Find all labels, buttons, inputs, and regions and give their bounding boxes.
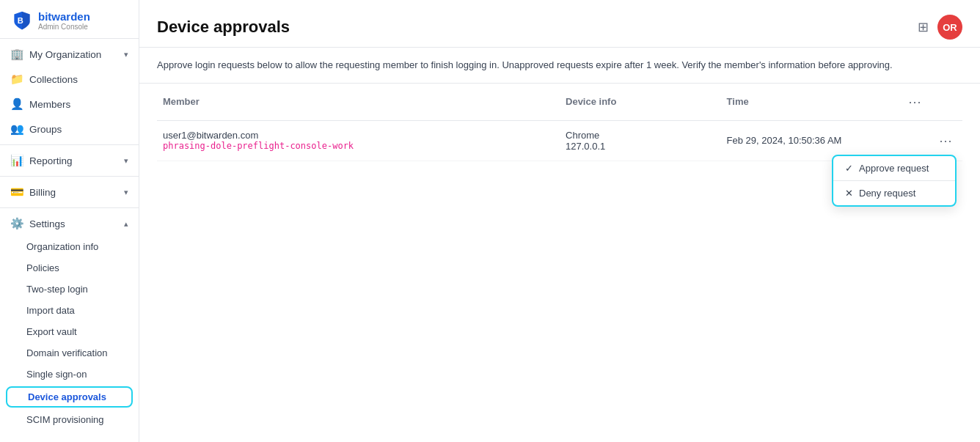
sidebar-item-settings-label: Settings (29, 218, 65, 229)
sidebar-sub-domain-label: Domain verification (26, 347, 108, 358)
table-cell-member: user1@bitwarden.com phrasing-dole-prefli… (157, 120, 560, 161)
sidebar-sub-import-label: Import data (26, 305, 75, 316)
sidebar-divider-3 (0, 207, 139, 208)
chevron-down-icon: ▾ (124, 50, 128, 59)
grid-icon[interactable]: ⊞ (918, 19, 929, 35)
table-container: Member Device info Time ⋯ user1@bitwarde… (139, 84, 980, 161)
table-cell-device: Chrome 127.0.0.1 (560, 120, 721, 161)
sidebar-sub-org-info[interactable]: Organization info (0, 236, 139, 257)
svg-text:B: B (18, 16, 23, 25)
sidebar-sub-scim-label: SCIM provisioning (26, 414, 104, 425)
deny-request-item[interactable]: ✕ Deny request (833, 181, 955, 205)
billing-icon: 💳 (10, 185, 23, 199)
request-time: Feb 29, 2024, 10:50:36 AM (727, 135, 842, 146)
table-cell-action: ⋯ ✓ Approve request ✕ Deny req (898, 120, 962, 161)
bitwarden-logo-icon: B (12, 10, 32, 31)
sidebar-sub-scim[interactable]: SCIM provisioning (0, 409, 139, 430)
device-name: Chrome (566, 130, 715, 141)
main-content: Device approvals ⊞ OR Approve login requ… (139, 0, 980, 442)
approvals-table: Member Device info Time ⋯ user1@bitwarde… (157, 84, 962, 161)
main-header: Device approvals ⊞ OR (139, 0, 980, 48)
settings-chevron-icon: ▴ (124, 219, 128, 229)
reporting-icon: 📊 (10, 154, 23, 167)
sidebar-item-collections-label: Collections (29, 74, 78, 85)
members-icon: 👤 (10, 97, 23, 111)
approve-request-item[interactable]: ✓ Approve request (833, 156, 955, 180)
dropdown-container: ⋯ ✓ Approve request ✕ Deny req (935, 131, 957, 150)
sidebar-item-members-label: Members (29, 99, 70, 110)
x-icon: ✕ (845, 188, 853, 199)
sidebar-sub-export-label: Export vault (26, 326, 77, 337)
sidebar-item-groups[interactable]: 👥 Groups (0, 117, 139, 141)
member-phrase: phrasing-dole-preflight-console-work (163, 141, 554, 151)
table-row: user1@bitwarden.com phrasing-dole-prefli… (157, 120, 962, 161)
billing-chevron-icon: ▾ (124, 188, 128, 197)
sidebar-sub-org-info-label: Organization info (26, 241, 98, 252)
page-description: Approve login requests below to allow th… (139, 48, 980, 84)
sidebar: B bitwarden Admin Console 🏢 My Organizat… (0, 0, 139, 442)
deny-label: Deny request (859, 188, 915, 199)
sidebar-sub-device-approvals-label: Device approvals (28, 391, 106, 402)
sidebar-item-collections[interactable]: 📁 Collections (0, 67, 139, 92)
header-three-dot-button[interactable]: ⋯ (904, 92, 926, 111)
col-header-member: Member (157, 84, 560, 121)
sidebar-logo-name: bitwarden (38, 10, 90, 23)
sidebar-item-settings[interactable]: ⚙️ Settings ▴ (0, 211, 139, 236)
check-icon: ✓ (845, 163, 853, 174)
sidebar-logo-sub: Admin Console (38, 23, 90, 31)
sidebar-sub-domain[interactable]: Domain verification (0, 342, 139, 364)
col-header-device: Device info (560, 84, 721, 121)
device-ip: 127.0.0.1 (566, 141, 715, 152)
sidebar-item-groups-label: Groups (29, 124, 62, 135)
header-right: ⊞ OR (918, 15, 962, 40)
member-email: user1@bitwarden.com (163, 130, 554, 141)
action-dropdown: ✓ Approve request ✕ Deny request (832, 155, 957, 207)
sidebar-logo-text: bitwarden Admin Console (38, 10, 90, 31)
col-header-time: Time (721, 84, 899, 121)
sidebar-item-reporting[interactable]: 📊 Reporting ▾ (0, 148, 139, 173)
sidebar-item-members[interactable]: 👤 Members (0, 92, 139, 117)
sidebar-sub-device-approvals[interactable]: Device approvals (6, 386, 133, 408)
settings-icon: ⚙️ (10, 217, 23, 230)
sidebar-sub-two-step-label: Two-step login (26, 284, 88, 295)
reporting-chevron-icon: ▾ (124, 156, 128, 166)
approve-label: Approve request (859, 163, 929, 174)
row-three-dot-button[interactable]: ⋯ (935, 131, 957, 150)
sidebar-sub-export[interactable]: Export vault (0, 321, 139, 342)
org-icon: 🏢 (10, 48, 23, 61)
sidebar-divider-1 (0, 144, 139, 145)
sidebar-sub-import[interactable]: Import data (0, 300, 139, 321)
sidebar-item-my-org[interactable]: 🏢 My Organization ▾ (0, 42, 139, 67)
sidebar-main-nav: 🏢 My Organization ▾ 📁 Collections 👤 Memb… (0, 39, 139, 433)
col-header-actions: ⋯ (898, 84, 962, 121)
sidebar-sub-policies[interactable]: Policies (0, 257, 139, 279)
table-body: user1@bitwarden.com phrasing-dole-prefli… (157, 120, 962, 161)
sidebar-item-reporting-label: Reporting (29, 155, 73, 166)
sidebar-sub-sso[interactable]: Single sign-on (0, 364, 139, 385)
sidebar-sub-policies-label: Policies (26, 262, 59, 273)
sidebar-sub-two-step[interactable]: Two-step login (0, 279, 139, 300)
sidebar-item-billing-label: Billing (29, 187, 56, 198)
sidebar-item-billing[interactable]: 💳 Billing ▾ (0, 180, 139, 205)
table-header: Member Device info Time ⋯ (157, 84, 962, 121)
sidebar-divider-2 (0, 176, 139, 177)
avatar[interactable]: OR (937, 15, 962, 40)
sidebar-item-my-org-label: My Organization (29, 49, 101, 60)
sidebar-sub-sso-label: Single sign-on (26, 369, 87, 380)
sidebar-logo: B bitwarden Admin Console (0, 0, 139, 39)
groups-icon: 👥 (10, 122, 23, 136)
page-title: Device approvals (157, 18, 290, 37)
collections-icon: 📁 (10, 73, 23, 86)
